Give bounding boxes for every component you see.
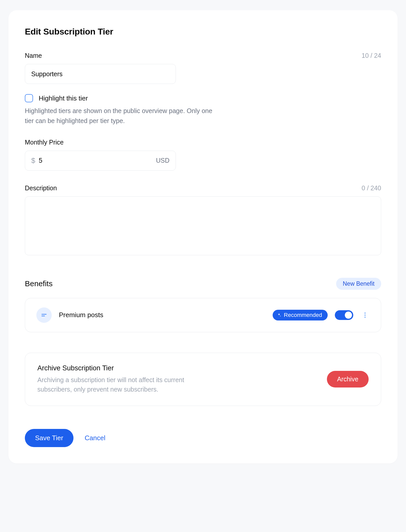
highlight-label: Highlight this tier bbox=[39, 94, 88, 102]
archive-text: Archive Subscription Tier Archiving a su… bbox=[37, 364, 317, 394]
highlight-help-text: Highlighted tiers are shown on the publi… bbox=[25, 106, 219, 126]
name-field: Name 10 / 24 bbox=[25, 52, 381, 84]
description-field-header: Description 0 / 240 bbox=[25, 184, 381, 192]
benefit-icon-wrap bbox=[36, 307, 52, 323]
benefit-name: Premium posts bbox=[59, 311, 265, 319]
kebab-icon bbox=[364, 312, 366, 318]
highlight-checkbox[interactable] bbox=[25, 94, 33, 102]
page-title: Edit Subscription Tier bbox=[25, 27, 381, 37]
price-input-wrap: $ USD bbox=[25, 151, 176, 171]
svg-point-3 bbox=[365, 314, 366, 315]
benefit-row: Premium posts Recommended bbox=[25, 298, 381, 332]
cancel-link[interactable]: Cancel bbox=[85, 434, 105, 442]
price-field: Monthly Price $ USD bbox=[25, 139, 381, 171]
highlight-field: Highlight this tier Highlighted tiers ar… bbox=[25, 94, 381, 126]
description-input[interactable] bbox=[25, 196, 381, 255]
highlight-row: Highlight this tier bbox=[25, 94, 381, 102]
archive-card: Archive Subscription Tier Archiving a su… bbox=[25, 353, 381, 406]
archive-button[interactable]: Archive bbox=[327, 371, 369, 387]
name-counter: 10 / 24 bbox=[362, 52, 381, 59]
new-benefit-button[interactable]: New Benefit bbox=[336, 278, 381, 290]
name-label: Name bbox=[25, 52, 42, 59]
toggle-knob bbox=[345, 312, 352, 319]
name-input[interactable] bbox=[25, 64, 176, 84]
price-label: Monthly Price bbox=[25, 139, 63, 146]
benefit-menu-button[interactable] bbox=[360, 311, 370, 320]
recommended-badge-text: Recommended bbox=[284, 312, 322, 318]
dollar-icon: $ bbox=[31, 157, 35, 165]
save-button[interactable]: Save Tier bbox=[25, 429, 73, 447]
description-label: Description bbox=[25, 184, 57, 192]
benefits-section: Benefits New Benefit Premium posts Recom… bbox=[25, 278, 381, 332]
svg-point-4 bbox=[365, 316, 366, 317]
currency-code: USD bbox=[156, 157, 169, 164]
benefit-toggle[interactable] bbox=[335, 310, 353, 320]
archive-description: Archiving a subscription tier will not a… bbox=[37, 375, 217, 394]
benefits-header: Benefits New Benefit bbox=[25, 278, 381, 290]
name-field-header: Name 10 / 24 bbox=[25, 52, 381, 59]
price-field-header: Monthly Price bbox=[25, 139, 381, 146]
description-counter: 0 / 240 bbox=[362, 184, 381, 192]
price-input[interactable] bbox=[39, 157, 156, 164]
recommended-badge: Recommended bbox=[273, 310, 328, 320]
sparkle-icon bbox=[277, 313, 281, 317]
article-icon bbox=[41, 312, 47, 318]
footer-actions: Save Tier Cancel bbox=[25, 429, 381, 447]
archive-title: Archive Subscription Tier bbox=[37, 364, 317, 372]
benefits-title: Benefits bbox=[25, 279, 52, 288]
svg-point-2 bbox=[365, 312, 366, 313]
description-field: Description 0 / 240 bbox=[25, 184, 381, 256]
edit-tier-card: Edit Subscription Tier Name 10 / 24 High… bbox=[8, 10, 398, 463]
